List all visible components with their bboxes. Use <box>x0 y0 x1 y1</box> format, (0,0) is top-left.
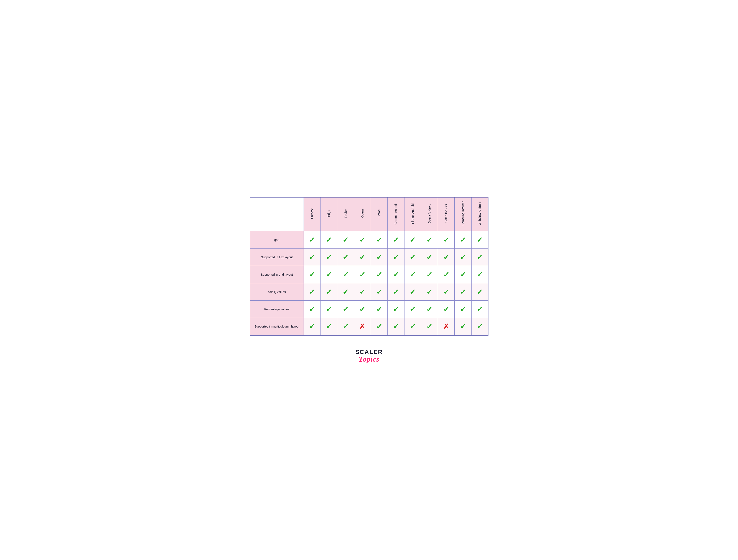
brand-scaler: SCALER <box>355 349 383 355</box>
value-cell: ✓ <box>388 249 404 266</box>
value-cell: ✓ <box>404 283 421 301</box>
value-cell: ✓ <box>354 231 371 249</box>
value-cell: ✓ <box>321 266 337 283</box>
value-cell: ✓ <box>404 231 421 249</box>
value-cell: ✓ <box>471 283 488 301</box>
check-icon: ✓ <box>393 305 399 313</box>
value-cell: ✓ <box>337 301 354 318</box>
check-icon: ✓ <box>326 288 332 296</box>
header-firefox: Firefox <box>337 197 354 231</box>
table-wrapper: Chrome Edge Firefox Opera Safari <box>250 197 488 335</box>
check-icon: ✓ <box>359 305 366 313</box>
value-cell: ✓ <box>455 231 471 249</box>
value-cell: ✓ <box>455 249 471 266</box>
value-cell: ✓ <box>321 318 337 335</box>
check-icon: ✓ <box>426 322 433 331</box>
value-cell: ✓ <box>388 301 404 318</box>
value-cell: ✓ <box>421 231 438 249</box>
table-row: calc () values✓✓✓✓✓✓✓✓✓✓✓ <box>250 283 488 301</box>
value-cell: ✓ <box>388 266 404 283</box>
value-cell: ✓ <box>304 231 320 249</box>
check-icon: ✓ <box>409 288 416 296</box>
value-cell: ✓ <box>337 266 354 283</box>
check-icon: ✓ <box>359 288 366 296</box>
value-cell: ✓ <box>455 318 471 335</box>
check-icon: ✓ <box>426 236 433 244</box>
value-cell: ✓ <box>337 249 354 266</box>
check-icon: ✓ <box>376 288 382 296</box>
check-icon: ✓ <box>426 270 433 279</box>
check-icon: ✓ <box>476 288 483 296</box>
value-cell: ✓ <box>321 301 337 318</box>
check-icon: ✓ <box>443 253 449 261</box>
cross-icon: ✗ <box>359 322 365 331</box>
header-chrome-android: Chrome Android <box>388 197 404 231</box>
check-icon: ✓ <box>359 236 366 244</box>
check-icon: ✓ <box>309 270 315 279</box>
check-icon: ✓ <box>376 270 382 279</box>
check-icon: ✓ <box>359 253 366 261</box>
check-icon: ✓ <box>476 270 483 279</box>
value-cell: ✓ <box>304 266 320 283</box>
table-row: Supported in grid layout✓✓✓✓✓✓✓✓✓✓✓ <box>250 266 488 283</box>
value-cell: ✓ <box>388 283 404 301</box>
value-cell: ✓ <box>304 283 320 301</box>
check-icon: ✓ <box>309 288 315 296</box>
value-cell: ✓ <box>455 266 471 283</box>
value-cell: ✓ <box>438 266 455 283</box>
value-cell: ✓ <box>421 249 438 266</box>
value-cell: ✓ <box>455 301 471 318</box>
value-cell: ✓ <box>438 301 455 318</box>
feature-header <box>250 197 304 231</box>
check-icon: ✓ <box>326 253 332 261</box>
check-icon: ✓ <box>342 270 349 279</box>
value-cell: ✓ <box>404 301 421 318</box>
check-icon: ✓ <box>409 305 416 313</box>
value-cell: ✓ <box>371 231 387 249</box>
feature-cell: gap <box>250 231 304 249</box>
check-icon: ✓ <box>409 322 416 331</box>
check-icon: ✓ <box>476 236 483 244</box>
value-cell: ✓ <box>388 318 404 335</box>
value-cell: ✓ <box>438 249 455 266</box>
page-container: Chrome Edge Firefox Opera Safari <box>250 197 488 363</box>
header-samsung-internet: Samsung Internet <box>455 197 471 231</box>
value-cell: ✓ <box>438 231 455 249</box>
check-icon: ✓ <box>309 236 315 244</box>
table-row: gap✓✓✓✓✓✓✓✓✓✓✓ <box>250 231 488 249</box>
header-opera: Opera <box>354 197 371 231</box>
value-cell: ✓ <box>404 318 421 335</box>
check-icon: ✓ <box>426 288 433 296</box>
value-cell: ✓ <box>471 249 488 266</box>
check-icon: ✓ <box>393 253 399 261</box>
check-icon: ✓ <box>426 253 433 261</box>
value-cell: ✓ <box>421 266 438 283</box>
header-webview-android: Webview Android <box>471 197 488 231</box>
table-row: Percentage values✓✓✓✓✓✓✓✓✓✓✓ <box>250 301 488 318</box>
check-icon: ✓ <box>409 236 416 244</box>
value-cell: ✓ <box>388 231 404 249</box>
check-icon: ✓ <box>309 305 315 313</box>
value-cell: ✓ <box>455 283 471 301</box>
check-icon: ✓ <box>342 253 349 261</box>
check-icon: ✓ <box>409 270 416 279</box>
brand-topics: Topics <box>359 355 379 363</box>
check-icon: ✓ <box>443 270 449 279</box>
value-cell: ✓ <box>371 318 387 335</box>
feature-cell: calc () values <box>250 283 304 301</box>
value-cell: ✓ <box>354 266 371 283</box>
value-cell: ✓ <box>321 283 337 301</box>
value-cell: ✓ <box>371 301 387 318</box>
header-firefox-android: Firefox Android <box>404 197 421 231</box>
value-cell: ✓ <box>421 283 438 301</box>
check-icon: ✓ <box>476 305 483 313</box>
value-cell: ✓ <box>337 231 354 249</box>
value-cell: ✓ <box>438 283 455 301</box>
check-icon: ✓ <box>409 253 416 261</box>
check-icon: ✓ <box>342 322 349 331</box>
check-icon: ✓ <box>376 305 382 313</box>
compatibility-table: Chrome Edge Firefox Opera Safari <box>250 197 488 335</box>
value-cell: ✓ <box>304 301 320 318</box>
value-cell: ✓ <box>354 249 371 266</box>
check-icon: ✓ <box>326 236 332 244</box>
